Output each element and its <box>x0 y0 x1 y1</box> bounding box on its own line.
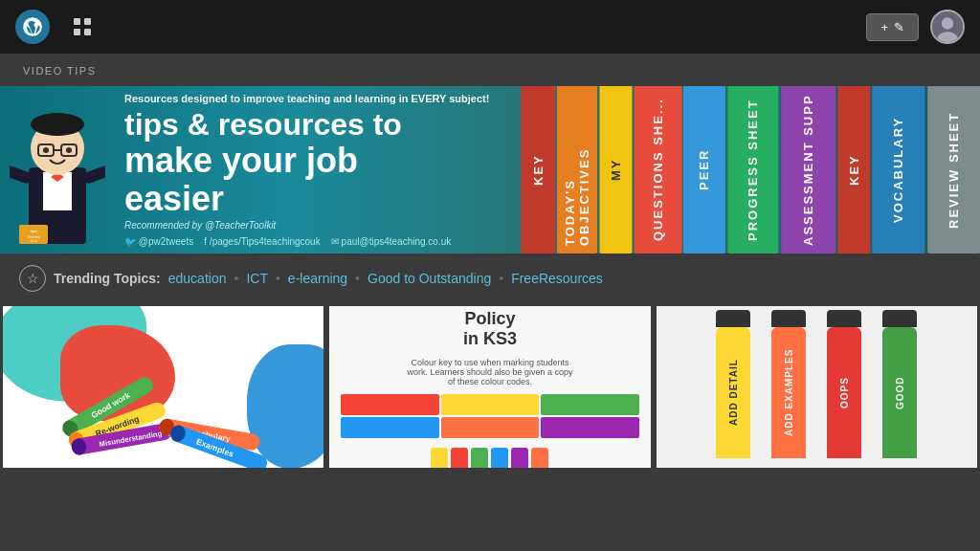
svg-point-12 <box>31 113 84 136</box>
book-questions: QUESTIONS SHE... <box>635 86 682 253</box>
star-symbol: ☆ <box>27 271 39 286</box>
trending-topic-freeresources[interactable]: FreeResources <box>511 271 603 286</box>
trending-label: Trending Topics: <box>54 271 161 286</box>
svg-rect-18 <box>10 165 33 185</box>
banner-headline: tips & resources to make your job easier <box>124 108 489 217</box>
banner: tips 4teaching .co.uk Resources designed… <box>0 86 980 253</box>
grid-icon[interactable] <box>65 10 100 44</box>
marker-good: GOOD <box>875 310 924 458</box>
svg-text:tips: tips <box>30 229 37 233</box>
section-label: VIDEO TIPS <box>0 54 980 86</box>
avatar-image <box>932 11 963 42</box>
svg-point-17 <box>66 147 72 153</box>
svg-point-16 <box>43 147 49 153</box>
marker-orange-mini <box>531 448 548 471</box>
marker-oops: OOPS <box>819 310 869 458</box>
marker-cap-red <box>827 310 861 327</box>
marker-blue-mini <box>491 448 508 471</box>
new-post-button[interactable]: + ✎ <box>866 13 919 41</box>
banner-tagline: Resources designed to improve teaching a… <box>124 93 489 104</box>
color-cell-purple <box>541 417 638 438</box>
marker-cap-green <box>882 310 917 327</box>
book-objectives: TODAY'S OBJECTIVES <box>557 86 597 253</box>
book-vocabulary: VOCABULARY <box>872 86 924 253</box>
card2-title: FeedbackPolicyin KS3 <box>450 303 529 350</box>
trending-bar: ☆ Trending Topics: education • ICT • e-l… <box>0 253 980 303</box>
facebook-page: f /pages/Tips4teachingcouk <box>204 236 320 247</box>
trending-topic-good-to-outstanding[interactable]: Good to Outstanding <box>368 271 491 286</box>
dot-3: • <box>355 271 360 286</box>
card2-subtitle: Colour key to use when marking studentsw… <box>407 358 572 386</box>
topbar-right: + ✎ <box>866 10 965 44</box>
marker-body-orange: ADD EXAMPLES <box>771 327 806 458</box>
card2-background: FeedbackPolicyin KS3 Colour key to use w… <box>329 306 650 468</box>
book-my: MY <box>599 86 632 253</box>
marker-yellow-mini <box>431 448 448 471</box>
card-markers-abstract[interactable]: Good work Re-wording Misunderstanding Vo… <box>0 303 326 471</box>
dot-4: • <box>499 271 503 286</box>
trending-star-icon[interactable]: ☆ <box>19 265 46 292</box>
svg-rect-4 <box>84 29 91 35</box>
email-address: ✉ paul@tips4teaching.co.uk <box>331 236 451 247</box>
marker-cap-orange <box>771 310 806 327</box>
marker-red-mini <box>451 448 468 471</box>
banner-character: tips 4teaching .co.uk <box>10 100 115 253</box>
book-progress: PROGRESS SHEET <box>727 86 778 253</box>
book-review: REVIEW SHEET <box>927 86 980 253</box>
trending-topic-ict[interactable]: ICT <box>246 271 268 286</box>
trending-topic-elearning[interactable]: e-learning <box>288 271 347 286</box>
pencil-icon: ✎ <box>894 20 904 34</box>
svg-point-6 <box>942 17 953 29</box>
marker-add-detail: ADD DETAIL <box>708 310 758 458</box>
card2-color-grid <box>341 394 638 438</box>
card2-markers <box>431 448 548 471</box>
svg-text:.co.uk: .co.uk <box>30 239 38 243</box>
svg-rect-19 <box>82 165 105 185</box>
color-cell-red <box>341 394 438 415</box>
cards-grid: Good work Re-wording Misunderstanding Vo… <box>0 303 980 471</box>
wordpress-logo[interactable] <box>15 10 50 44</box>
marker-body-yellow: ADD DETAIL <box>716 327 750 458</box>
banner-books: KEY TODAY'S OBJECTIVES MY QUESTIONS SHE.… <box>521 86 980 253</box>
card3-background: ADD DETAIL ADD EXAMPLES OOPS GOOD <box>657 306 977 468</box>
svg-rect-1 <box>74 18 80 25</box>
marker-purple-mini <box>511 448 528 471</box>
marker-body-green: GOOD <box>882 327 917 458</box>
user-avatar[interactable] <box>930 10 965 44</box>
marker-add-examples: ADD EXAMPLES <box>764 310 813 458</box>
dot-2: • <box>276 271 280 286</box>
plus-icon: + <box>880 20 888 34</box>
color-cell-yellow <box>441 394 539 415</box>
color-cell-blue <box>341 417 438 438</box>
color-cell-green <box>541 394 638 415</box>
book-assessment: ASSESSMENT SUPP <box>781 86 835 253</box>
main-content: VIDEO TIPS <box>0 54 980 551</box>
dot-1: • <box>234 271 238 286</box>
topbar: + ✎ <box>0 0 980 54</box>
card-markers-labeled[interactable]: ADD DETAIL ADD EXAMPLES OOPS GOOD <box>654 303 980 471</box>
twitter-handle: 🐦 @pw2tweets <box>124 236 193 247</box>
marker-cap-yellow <box>716 310 750 327</box>
page-title: VIDEO TIPS <box>23 65 97 77</box>
book-key1: KEY <box>521 86 555 253</box>
card1-svg: Good work Re-wording Misunderstanding Vo… <box>3 306 323 468</box>
marker-green-mini <box>471 448 488 471</box>
topbar-left <box>15 10 100 44</box>
banner-recommended: Recommended by @TeacherToolkit <box>124 220 489 231</box>
color-cell-orange <box>441 417 539 438</box>
banner-social: 🐦 @pw2tweets f /pages/Tips4teachingcouk … <box>124 236 489 247</box>
book-key2: KEY <box>837 86 870 253</box>
svg-rect-3 <box>74 29 80 35</box>
book-peer: PEER <box>683 86 725 253</box>
card-feedback-policy[interactable]: FeedbackPolicyin KS3 Colour key to use w… <box>326 303 653 471</box>
svg-rect-2 <box>84 18 91 25</box>
trending-topic-education[interactable]: education <box>168 271 227 286</box>
card1-background: Good work Re-wording Misunderstanding Vo… <box>3 306 323 468</box>
marker-body-red: OOPS <box>827 327 861 458</box>
